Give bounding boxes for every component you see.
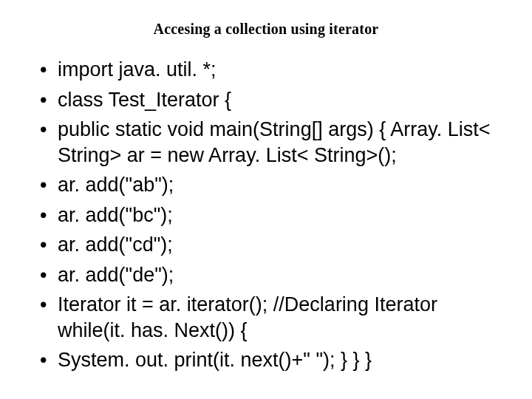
list-item: ar. add("ab"); [37,172,502,198]
list-item: Iterator it = ar. iterator(); //Declarin… [37,292,502,343]
slide-title: Accesing a collection using iterator [30,21,502,38]
slide: Accesing a collection using iterator imp… [0,0,532,399]
list-item: ar. add("bc"); [37,202,502,228]
list-item: import java. util. *; [37,57,502,83]
list-item: ar. add("de"); [37,262,502,288]
list-item: ar. add("cd"); [37,232,502,258]
bullet-list: import java. util. *; class Test_Iterato… [30,57,502,373]
list-item: System. out. print(it. next()+" "); } } … [37,347,502,373]
list-item: public static void main(String[] args) {… [37,117,502,168]
list-item: class Test_Iterator { [37,87,502,113]
